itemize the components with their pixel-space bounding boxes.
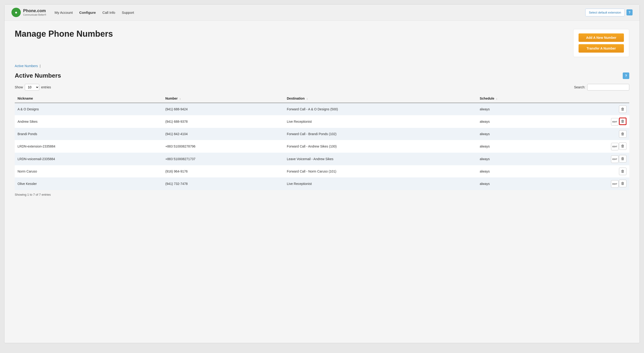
number-sort-icon[interactable]: ↕ [180, 97, 181, 100]
table-header: Nickname Number ↕ Destination ↕ Schedule… [15, 94, 629, 103]
cell-number: (941) 842-4104 [162, 128, 284, 140]
cell-destination: Forward Call - Andrew Sikes (100) [284, 140, 477, 153]
col-nickname: Nickname [15, 94, 162, 103]
cell-number: (941) 732-7478 [162, 178, 284, 190]
entries-select[interactable]: 10 25 50 100 [25, 84, 39, 90]
col-destination: Destination ↕ [284, 94, 477, 103]
nav-my-account[interactable]: My Account [55, 10, 73, 14]
col-actions [556, 94, 629, 103]
cell-number: +883 510008278796 [162, 140, 284, 153]
entries-label: entries [41, 85, 51, 89]
page-title: Manage Phone Numbers [15, 29, 113, 39]
logo: ● Phone.com Communicate Better® [12, 8, 46, 17]
table-body: A & O Designs(941) 688-9424Forward Call … [15, 103, 629, 190]
schedule-sort-icon[interactable]: ↕ [496, 97, 498, 100]
nav-help-badge[interactable]: ? [626, 9, 632, 16]
section-title: Active Numbers [15, 72, 61, 79]
breadcrumb: Active Numbers | [15, 64, 629, 68]
table-header-row: Nickname Number ↕ Destination ↕ Schedule… [15, 94, 629, 103]
search-label: Search: [574, 85, 585, 89]
breadcrumb-active-numbers-link[interactable]: Active Numbers [15, 64, 38, 68]
cell-schedule: always [477, 153, 556, 165]
show-entries: Show 10 25 50 100 entries [15, 84, 51, 90]
delete-button[interactable]: 🗑 [619, 106, 626, 113]
cell-actions: 🗑 [556, 128, 629, 140]
active-numbers-table: Nickname Number ↕ Destination ↕ Schedule… [15, 94, 629, 190]
add-new-number-button[interactable]: Add A New Number [578, 34, 624, 42]
nav-support[interactable]: Support [122, 10, 134, 14]
cell-nickname: Norm Caruso [15, 165, 162, 178]
edit-button[interactable]: EDIT [611, 118, 618, 126]
cell-actions: EDIT🗑 [556, 178, 629, 190]
table-row: Andrew Sikes(941) 688-9378Live Reception… [15, 115, 629, 128]
cell-actions: 🗑 [556, 103, 629, 115]
table-controls: Show 10 25 50 100 entries Search: [15, 84, 629, 90]
table-row: LRDN-extension-2335884+883 510008278796F… [15, 140, 629, 153]
cell-destination: Live Receptionist [284, 178, 477, 190]
cell-nickname: Olive Kessler [15, 178, 162, 190]
table-row: Olive Kessler(941) 732-7478Live Receptio… [15, 178, 629, 190]
cell-nickname: Andrew Sikes [15, 115, 162, 128]
action-box: Add A New Number Transfer A Number [573, 29, 629, 57]
cell-destination: Forward Call - Brandi Ponds (102) [284, 128, 477, 140]
nav-call-info[interactable]: Call Info [102, 10, 115, 14]
col-schedule: Schedule ↕ [477, 94, 556, 103]
table-footer: Showing 1 to 7 of 7 entries [15, 193, 629, 196]
destination-sort-icon[interactable]: ↕ [306, 97, 308, 100]
main-content: Manage Phone Numbers Add A New Number Tr… [4, 20, 640, 205]
delete-button[interactable]: 🗑 [619, 118, 626, 125]
show-label: Show [15, 85, 23, 89]
cell-actions: EDIT🗑 [556, 140, 629, 153]
delete-button[interactable]: 🗑 [619, 130, 626, 138]
section-header-row: Active Numbers ? [15, 72, 629, 79]
cell-nickname: A & O Designs [15, 103, 162, 115]
search-input[interactable] [587, 84, 629, 90]
table-row: LRDN-voicemail-2335884+883 510008271737L… [15, 153, 629, 165]
cell-nickname: LRDN-extension-2335884 [15, 140, 162, 153]
logo-text-area: Phone.com Communicate Better® [23, 8, 46, 16]
cell-destination: Leave Voicemail - Andrew Sikes [284, 153, 477, 165]
page-header-row: Manage Phone Numbers Add A New Number Tr… [15, 29, 629, 57]
brand-name: Phone.com [23, 8, 46, 14]
transfer-number-button[interactable]: Transfer A Number [578, 44, 624, 52]
cell-schedule: always [477, 103, 556, 115]
cell-schedule: always [477, 115, 556, 128]
table-row: Norm Caruso(916) 964-9176Forward Call - … [15, 165, 629, 178]
cell-actions: EDIT🗑 [556, 115, 629, 128]
nav-links: My Account Configure Call Info Support [55, 10, 585, 14]
table-row: A & O Designs(941) 688-9424Forward Call … [15, 103, 629, 115]
cell-schedule: always [477, 178, 556, 190]
cell-destination: Live Receptionist [284, 115, 477, 128]
edit-button[interactable]: EDIT [611, 156, 618, 163]
cell-number: (916) 964-9176 [162, 165, 284, 178]
brand-sub: Communicate Better® [23, 14, 46, 16]
cell-schedule: always [477, 128, 556, 140]
breadcrumb-separator: | [40, 64, 41, 68]
nav-configure[interactable]: Configure [79, 10, 96, 14]
cell-schedule: always [477, 140, 556, 153]
cell-nickname: LRDN-voicemail-2335884 [15, 153, 162, 165]
cell-number: (941) 688-9424 [162, 103, 284, 115]
cell-destination: Forward Call - Norm Caruso (101) [284, 165, 477, 178]
section-help-badge[interactable]: ? [623, 72, 629, 79]
cell-nickname: Brandi Ponds [15, 128, 162, 140]
cell-destination: Forward Call - A & O Designs (500) [284, 103, 477, 115]
top-navigation: ● Phone.com Communicate Better® My Accou… [4, 4, 640, 20]
edit-button[interactable]: EDIT [611, 180, 618, 188]
logo-icon: ● [12, 8, 21, 17]
cell-actions: EDIT🗑 [556, 153, 629, 165]
delete-button[interactable]: 🗑 [619, 180, 626, 187]
search-area: Search: [574, 84, 629, 90]
cell-actions: 🗑 [556, 165, 629, 178]
select-default-extension-button[interactable]: Select default extension [585, 9, 624, 16]
edit-button[interactable]: EDIT [611, 143, 618, 150]
nav-right: Select default extension ? [585, 9, 632, 16]
col-number: Number ↕ [162, 94, 284, 103]
cell-schedule: always [477, 165, 556, 178]
table-row: Brandi Ponds(941) 842-4104Forward Call -… [15, 128, 629, 140]
cell-number: (941) 688-9378 [162, 115, 284, 128]
delete-button[interactable]: 🗑 [619, 168, 626, 175]
delete-button[interactable]: 🗑 [619, 155, 626, 162]
cell-number: +883 510008271737 [162, 153, 284, 165]
delete-button[interactable]: 🗑 [619, 142, 626, 150]
